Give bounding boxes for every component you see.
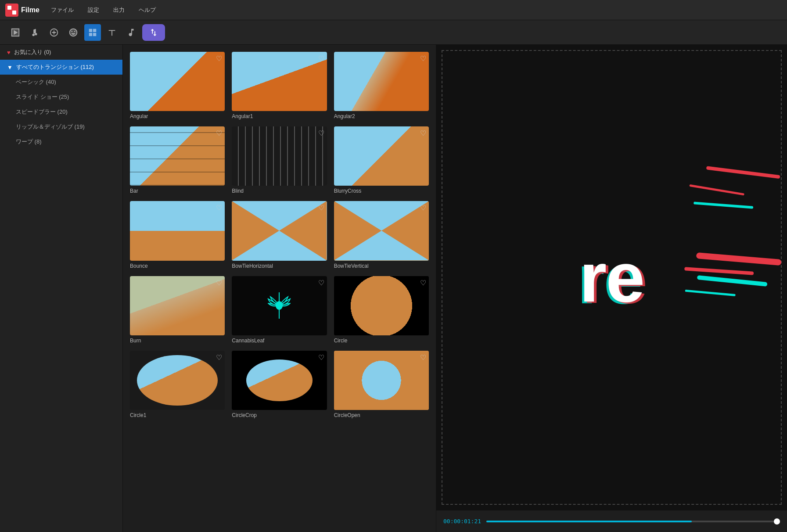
toolbar-audio[interactable]	[26, 24, 43, 41]
transition-blind[interactable]: ♡ Blind	[232, 126, 327, 194]
svg-point-5	[35, 32, 37, 35]
thumb-angular2: ♡	[334, 52, 429, 111]
thumb-bowtie-vertical: ♡	[334, 201, 429, 260]
favorite-burn[interactable]: ♡	[216, 279, 222, 287]
favorite-cannabis[interactable]: ♡	[318, 279, 324, 287]
thumb-bowtie-horizontal: ♡	[232, 201, 327, 260]
transition-bowtie-horizontal[interactable]: ♡ BowTieHorizontal	[232, 201, 327, 269]
transition-circlecrop[interactable]: ♡ CircleCrop	[232, 351, 327, 418]
slideshow-label: スライド ショー (25)	[16, 93, 69, 101]
app-name: Filme	[21, 6, 40, 14]
progress-bar[interactable]	[486, 521, 780, 522]
menu-settings[interactable]: 設定	[85, 4, 102, 16]
menu-bar: Filme ファイル 設定 出力 ヘルプ	[0, 0, 787, 20]
favorite-circleopen[interactable]: ♡	[420, 353, 426, 362]
transition-circle1[interactable]: ♡ Circle1	[130, 351, 225, 418]
transition-burn[interactable]: ♡ Burn	[130, 276, 225, 344]
label-circleopen: CircleOpen	[334, 412, 429, 418]
toolbar-text[interactable]	[104, 24, 120, 41]
label-angular2: Angular2	[334, 113, 429, 119]
transition-cannabis[interactable]: ♡ CannabisLeaf	[232, 276, 327, 344]
transition-circle[interactable]: ♡ Circle	[334, 276, 429, 344]
toolbar-export[interactable]	[142, 24, 165, 41]
progress-fill	[486, 521, 692, 522]
thumb-blind: ♡	[232, 126, 327, 186]
transition-angular1[interactable]: ♡ Angular1	[232, 52, 327, 119]
favorite-angular2[interactable]: ♡	[420, 54, 426, 63]
favorite-bar[interactable]: ♡	[216, 129, 222, 137]
transitions-panel: ♡ Angular ♡ Angular1 ♡ Angular2	[123, 45, 436, 532]
expand-icon: ▼	[7, 64, 13, 71]
favorite-blind[interactable]: ♡	[318, 129, 324, 137]
favorite-bowtie-vertical[interactable]: ♡	[420, 204, 426, 212]
thumb-circle: ♡	[334, 276, 429, 335]
basic-label: ベーシック (40)	[16, 78, 56, 86]
transition-bounce[interactable]: ♡ Bounce	[130, 201, 225, 269]
menu-output[interactable]: 出力	[111, 4, 127, 16]
thumb-angular: ♡	[130, 52, 225, 111]
favorite-angular1[interactable]: ♡	[318, 54, 324, 63]
svg-rect-0	[7, 6, 11, 10]
favorite-circle[interactable]: ♡	[420, 279, 426, 287]
favorite-angular[interactable]: ♡	[216, 54, 222, 63]
preview-main-text: re	[579, 238, 644, 316]
label-angular1: Angular1	[232, 113, 327, 119]
transition-blurrycross[interactable]: ♡ BlurryCross	[334, 126, 429, 194]
sidebar-item-warp[interactable]: ワープ (8)	[0, 134, 122, 149]
preview-glitch-text: re re re	[579, 237, 644, 318]
transition-angular[interactable]: ♡ Angular	[130, 52, 225, 119]
svg-point-4	[32, 33, 35, 36]
toolbar-effects[interactable]	[46, 24, 62, 41]
transitions-grid: ♡ Angular ♡ Angular1 ♡ Angular2	[130, 52, 429, 418]
favorite-circle1[interactable]: ♡	[216, 353, 222, 362]
label-blurrycross: BlurryCross	[334, 188, 429, 194]
toolbar	[0, 20, 787, 45]
thumb-bounce: ♡	[130, 201, 225, 260]
svg-marker-9	[334, 201, 429, 231]
svg-rect-2	[7, 11, 11, 14]
menu-help[interactable]: ヘルプ	[136, 4, 158, 16]
speedblur-label: スピードブラー (20)	[16, 108, 68, 116]
svg-marker-7	[232, 201, 279, 260]
label-burn: Burn	[130, 338, 225, 344]
favorite-bowtie-horizontal[interactable]: ♡	[318, 204, 324, 212]
menu-file[interactable]: ファイル	[48, 4, 76, 16]
thumb-blurrycross: ♡	[334, 126, 429, 186]
svg-rect-3	[12, 11, 16, 14]
heart-icon: ♥	[7, 49, 11, 56]
logo-icon	[5, 4, 18, 17]
thumb-cannabis: ♡	[232, 276, 327, 335]
warp-label: ワープ (8)	[16, 138, 42, 146]
thumb-circle1: ♡	[130, 351, 225, 410]
sidebar-item-ripple[interactable]: リップル＆ディゾルブ (19)	[0, 119, 122, 134]
sidebar-item-all-transitions[interactable]: ▼ すべてのトランジション (112)	[0, 60, 122, 75]
playback-bar: 00:00:01:21	[436, 510, 787, 532]
label-cannabis: CannabisLeaf	[232, 338, 327, 344]
transition-circleopen[interactable]: ♡ CircleOpen	[334, 351, 429, 418]
favorite-blurrycross[interactable]: ♡	[420, 129, 426, 137]
label-bounce: Bounce	[130, 263, 225, 269]
toolbar-media[interactable]	[7, 24, 24, 41]
main-content: ♥ お気に入り (0) ▼ すべてのトランジション (112) ベーシック (4…	[0, 45, 787, 532]
favorite-circlecrop[interactable]: ♡	[318, 353, 324, 362]
all-transitions-label: すべてのトランジション (112)	[16, 63, 94, 71]
toolbar-music[interactable]	[123, 24, 140, 41]
toolbar-stickers[interactable]	[65, 24, 82, 41]
svg-marker-10	[334, 231, 429, 261]
thumb-circlecrop: ♡	[232, 351, 327, 410]
favorite-bounce[interactable]: ♡	[216, 204, 222, 212]
sidebar-item-basic[interactable]: ベーシック (40)	[0, 75, 122, 90]
sidebar-item-speedblur[interactable]: スピードブラー (20)	[0, 104, 122, 119]
label-blind: Blind	[232, 188, 327, 194]
transition-bowtie-vertical[interactable]: ♡ BowTieVertical	[334, 201, 429, 269]
sidebar-item-slideshow[interactable]: スライド ショー (25)	[0, 90, 122, 104]
ripple-label: リップル＆ディゾルブ (19)	[16, 123, 85, 131]
progress-thumb[interactable]	[774, 518, 780, 525]
transition-bar[interactable]: ♡ Bar	[130, 126, 225, 194]
label-angular: Angular	[130, 113, 225, 119]
toolbar-transitions[interactable]	[84, 24, 101, 41]
label-bowtie-vertical: BowTieVertical	[334, 263, 429, 269]
sidebar-item-favorites[interactable]: ♥ お気に入り (0)	[0, 45, 122, 60]
thumb-burn: ♡	[130, 276, 225, 335]
transition-angular2[interactable]: ♡ Angular2	[334, 52, 429, 119]
